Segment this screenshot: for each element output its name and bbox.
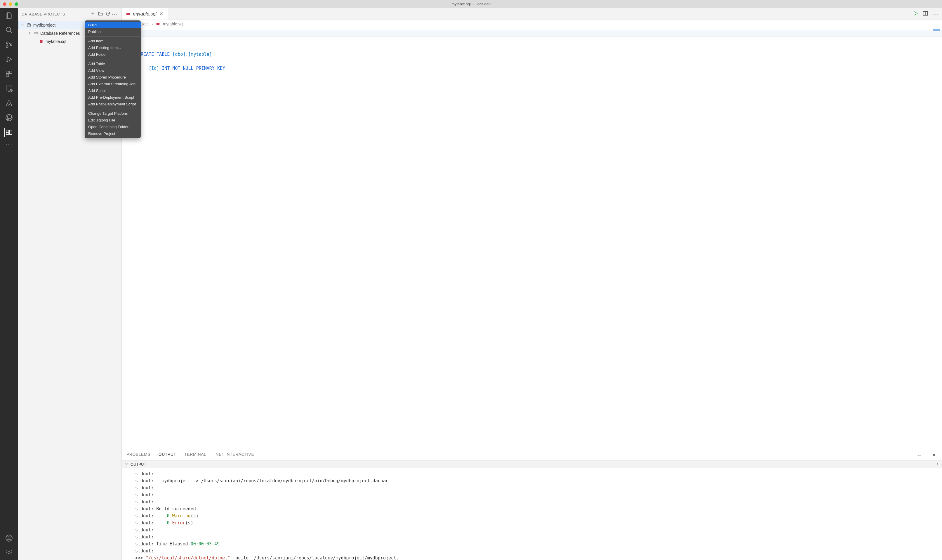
source-control-icon[interactable] — [5, 40, 14, 49]
new-project-icon[interactable] — [89, 11, 97, 17]
chevron-right-icon — [28, 31, 32, 35]
ctx-item-add-view[interactable]: Add View — [85, 67, 141, 74]
ctx-item-open-containing-folder[interactable]: Open Containing Folder — [85, 123, 141, 130]
sidebar: DATABASE PROJECTS ··· mydbproject — [18, 8, 122, 560]
window-controls — [3, 2, 18, 6]
run-debug-icon[interactable] — [5, 55, 14, 64]
panel-section-title: OUTPUT — [131, 462, 146, 466]
customize-layout-icon[interactable] — [935, 2, 940, 6]
svg-point-18 — [28, 24, 30, 25]
panel-tab-output[interactable]: OUTPUT — [159, 452, 176, 458]
editor-tab-label: mytable.sql — [133, 11, 157, 17]
chevron-down-icon — [125, 462, 128, 466]
sql-file-icon — [38, 39, 44, 44]
toggle-panel-icon[interactable] — [921, 2, 926, 6]
ctx-item-build[interactable]: Build — [85, 22, 141, 28]
ctx-separator — [85, 36, 141, 37]
layout-controls — [914, 2, 940, 6]
close-icon[interactable]: ✕ — [159, 11, 164, 17]
ctx-item-add-folder[interactable]: Add Folder — [85, 51, 141, 58]
testing-icon[interactable] — [5, 99, 14, 108]
minimap[interactable] — [933, 29, 940, 32]
svg-rect-11 — [6, 130, 9, 132]
zoom-window-icon[interactable] — [15, 2, 18, 6]
database-projects-icon[interactable] — [5, 128, 13, 137]
breadcrumb[interactable]: mydbproject › mytable.sql — [122, 20, 942, 28]
search-icon[interactable] — [5, 26, 14, 34]
activity-bar: ··· — [0, 8, 18, 560]
ctx-item-add-script[interactable]: Add Script — [85, 87, 141, 94]
ctx-item-add-post-deployment-script[interactable]: Add Post-Deployment Script — [85, 101, 141, 108]
ctx-item-publish[interactable]: Publish — [85, 28, 141, 35]
svg-rect-12 — [6, 132, 9, 135]
svg-point-4 — [6, 61, 7, 62]
editor-area: mytable.sql ✕ ··· mydbproject › mytable.… — [122, 8, 942, 560]
svg-rect-20 — [36, 33, 38, 34]
output-body[interactable]: stdout:stdout: mydbproject -> /Users/sco… — [122, 468, 942, 560]
ctx-item-add-item[interactable]: Add Item... — [85, 38, 141, 45]
panel-tab-problems[interactable]: PROBLEMS — [126, 452, 150, 458]
svg-point-2 — [6, 46, 8, 48]
remote-explorer-icon[interactable] — [5, 84, 14, 93]
sql-file-icon — [126, 12, 131, 16]
project-tree: mydbproject Database References mytable.… — [18, 20, 122, 47]
tree-project-label: mydbproject — [33, 23, 55, 28]
ctx-item-add-external-streaming-job[interactable]: Add External Streaming Job — [85, 81, 141, 87]
toggle-secondary-sidebar-icon[interactable] — [928, 2, 933, 6]
explorer-icon[interactable] — [5, 11, 14, 20]
code-editor[interactable]: 12345 CREATE TABLE [dbo].[mytable]( [Id]… — [122, 28, 942, 449]
bottom-panel: PROBLEMSOUTPUTTERMINAL.NET INTERACTIVE ︿… — [122, 449, 942, 560]
activity-overflow-icon[interactable]: ··· — [6, 143, 12, 145]
open-project-icon[interactable] — [97, 11, 104, 17]
maximize-panel-icon[interactable]: ︿ — [916, 452, 923, 458]
ctx-item-add-table[interactable]: Add Table — [85, 60, 141, 67]
tree-folder-label: Database References — [40, 31, 80, 35]
svg-point-15 — [8, 536, 10, 538]
accounts-icon[interactable] — [5, 534, 14, 543]
settings-gear-icon[interactable] — [5, 548, 14, 557]
breadcrumb-file[interactable]: mytable.sql — [163, 22, 184, 26]
svg-rect-13 — [9, 130, 12, 134]
ctx-item-add-existing-item[interactable]: Add Existing Item... — [85, 45, 141, 51]
svg-rect-7 — [6, 74, 9, 77]
ctx-separator — [85, 109, 141, 109]
editor-tab-bar: mytable.sql ✕ ··· — [122, 8, 942, 20]
tree-file-label: mytable.sql — [46, 39, 66, 44]
panel-tab-terminal[interactable]: TERMINAL — [184, 452, 206, 458]
split-editor-icon[interactable] — [922, 11, 928, 17]
db-project-icon — [26, 23, 32, 28]
context-menu: BuildPublishAdd Item...Add Existing Item… — [85, 20, 141, 138]
editor-tab-mytable[interactable]: mytable.sql ✕ — [122, 8, 168, 20]
ctx-separator — [85, 59, 141, 59]
extensions-icon[interactable] — [5, 69, 14, 78]
ctx-item-add-pre-deployment-script[interactable]: Add Pre-Deployment Script — [85, 94, 141, 101]
toggle-primary-sidebar-icon[interactable] — [914, 2, 919, 6]
sidebar-more-icon[interactable]: ··· — [112, 13, 118, 15]
svg-rect-19 — [34, 33, 35, 34]
chevron-right-icon[interactable] — [935, 462, 940, 467]
svg-rect-6 — [9, 71, 12, 74]
refresh-icon[interactable] — [104, 11, 112, 17]
ctx-item-remove-project[interactable]: Remove Project — [85, 130, 141, 137]
current-line-highlight — [138, 30, 942, 37]
svg-point-16 — [8, 552, 10, 554]
ctx-item-change-target-platform[interactable]: Change Target Platform — [85, 110, 141, 117]
run-icon[interactable] — [913, 11, 918, 17]
panel-section-header[interactable]: OUTPUT — [122, 460, 942, 468]
svg-point-0 — [6, 27, 11, 32]
title-bar: mytable.sql — localdev — [0, 0, 942, 8]
minimize-window-icon[interactable] — [9, 2, 12, 6]
chevron-right-icon: › — [152, 22, 153, 26]
ctx-item-add-stored-procedure[interactable]: Add Stored Procedure — [85, 74, 141, 81]
svg-rect-22 — [126, 13, 130, 15]
code-lines[interactable]: CREATE TABLE [dbo].[mytable]( [Id] INT N… — [138, 51, 942, 86]
ctx-item-edit-sqlproj-file[interactable]: Edit .sqlproj File — [85, 117, 141, 123]
close-panel-icon[interactable]: ✕ — [931, 452, 937, 458]
github-icon[interactable] — [5, 113, 14, 122]
references-icon — [33, 31, 38, 36]
sidebar-title: DATABASE PROJECTS — [22, 12, 65, 16]
chevron-down-icon — [20, 23, 25, 28]
panel-tab-net-interactive[interactable]: .NET INTERACTIVE — [214, 452, 254, 458]
close-window-icon[interactable] — [3, 2, 6, 6]
editor-more-icon[interactable]: ··· — [932, 13, 939, 15]
